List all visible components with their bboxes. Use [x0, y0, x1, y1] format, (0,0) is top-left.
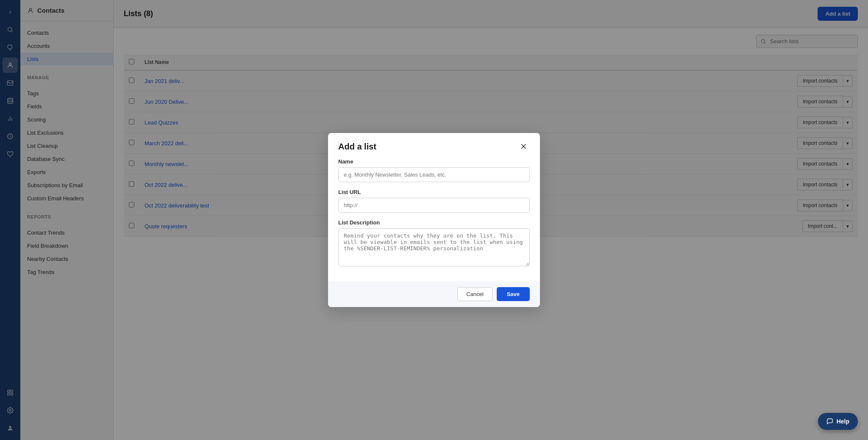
description-field-label: List Description — [338, 219, 530, 226]
modal-header: Add a list ✕ — [328, 133, 540, 158]
description-textarea[interactable] — [338, 228, 530, 266]
name-input[interactable] — [338, 167, 530, 182]
description-field-group: List Description — [338, 219, 530, 268]
modal-footer: Cancel Save — [328, 281, 540, 307]
url-field-label: List URL — [338, 189, 530, 195]
url-field-group: List URL — [338, 189, 530, 213]
save-button[interactable]: Save — [497, 287, 530, 301]
url-input[interactable] — [338, 198, 530, 213]
modal-overlay: Add a list ✕ Name List URL List Descript… — [0, 0, 868, 440]
name-field-group: Name — [338, 158, 530, 182]
help-chat-icon — [826, 418, 833, 425]
help-button[interactable]: Help — [818, 413, 858, 430]
help-label: Help — [837, 418, 849, 425]
modal-title: Add a list — [338, 142, 376, 152]
add-list-modal: Add a list ✕ Name List URL List Descript… — [328, 133, 540, 307]
modal-close-button[interactable]: ✕ — [517, 141, 530, 152]
name-field-label: Name — [338, 158, 530, 165]
cancel-button[interactable]: Cancel — [457, 287, 492, 301]
modal-body: Name List URL List Description — [328, 158, 540, 281]
